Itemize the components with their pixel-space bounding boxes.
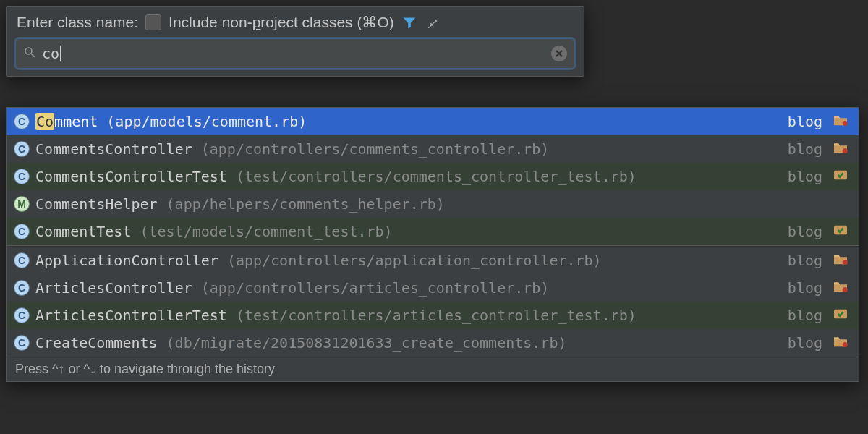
result-name-text: CommentsHelper [35,195,158,213]
module-label: blog [788,307,822,324]
result-name: CommentsHelper [35,195,158,213]
result-path: (test/controllers/articles_controller_te… [236,307,637,324]
search-input[interactable]: co [15,38,575,69]
include-non-project-label: Include non-project classes (⌘O) [169,14,394,31]
module-label: blog [788,279,822,297]
result-name-text: CommentTest [35,223,131,240]
result-row[interactable]: CCommentsController(app/controllers/comm… [7,135,859,163]
result-row[interactable]: CCommentsControllerTest(test/controllers… [7,163,859,190]
result-row[interactable]: CArticlesController(app/controllers/arti… [7,274,859,302]
result-name: CommentsControllerTest [35,168,227,185]
result-path: (app/controllers/application_controller.… [227,252,602,269]
class-badge-icon: C [14,307,30,323]
go-to-class-popup: Enter class name: Include non-project cl… [6,6,584,77]
module-label: blog [788,223,822,240]
folder-icon [833,113,848,130]
result-name-text: CommentsController [35,140,192,158]
svg-point-2 [843,121,848,126]
svg-point-6 [843,260,848,265]
search-icon [23,46,36,62]
include-label-underlined: p [252,14,261,30]
match-highlight: Co [35,113,54,130]
class-badge-icon: C [14,141,30,157]
test-folder-icon [833,168,848,185]
test-folder-icon [833,307,848,324]
test-folder-icon [833,223,848,240]
pin-icon[interactable] [425,15,439,30]
result-path: (app/controllers/articles_controller.rb) [201,279,550,297]
class-badge-icon: C [14,169,30,184]
result-name: ApplicationController [35,252,218,269]
search-row: co [7,34,584,76]
folder-icon [833,252,848,269]
result-row[interactable]: CArticlesControllerTest(test/controllers… [7,302,859,329]
result-path: (app/controllers/comments_controller.rb) [201,140,550,158]
svg-point-9 [843,342,848,347]
module-label: blog [788,252,822,269]
search-query-text: co [42,45,551,62]
result-path: (app/models/comment.rb) [106,113,307,130]
text-caret [60,46,61,61]
include-label-post: roject classes (⌘O) [260,14,393,30]
result-path: (app/helpers/comments_helper.rb) [166,195,445,213]
folder-icon [833,334,848,352]
popup-header: Enter class name: Include non-project cl… [7,7,584,34]
class-badge-icon: C [14,224,30,239]
history-hint: Press ^↑ or ^↓ to navigate through the h… [7,357,859,381]
folder-icon [833,279,848,297]
result-name: CommentsController [35,140,192,158]
result-name: ArticlesControllerTest [35,307,227,324]
folder-icon [833,140,848,158]
results-list: CComment(app/models/comment.rb)blogCComm… [6,107,859,382]
result-name: Comment [35,113,98,130]
module-label: blog [788,168,822,185]
result-name: CreateComments [35,334,158,352]
result-path: (test/models/comment_test.rb) [140,223,392,240]
result-row[interactable]: CApplicationController(app/controllers/a… [7,247,859,274]
result-name-text: CreateComments [35,334,158,352]
result-name-text: mment [54,113,98,130]
module-label: blog [788,140,822,158]
module-label: blog [788,334,822,352]
svg-line-1 [31,54,35,57]
result-name-text: ArticlesControllerTest [35,307,227,324]
enter-class-label: Enter class name: [17,14,138,31]
svg-point-0 [25,48,32,54]
class-badge-icon: C [14,114,30,129]
result-path: (test/controllers/comments_controller_te… [236,168,637,185]
module-label: blog [788,113,822,130]
class-badge-icon: C [14,280,30,296]
result-path: (db/migrate/20150831201633_create_commen… [166,334,567,352]
result-row[interactable]: CComment(app/models/comment.rb)blog [7,108,859,135]
search-query-value: co [42,45,59,62]
clear-search-button[interactable] [551,46,567,61]
include-label-pre: Include non- [169,14,252,30]
result-name-text: ApplicationController [35,252,218,269]
result-name-text: ArticlesController [35,279,192,297]
result-name: ArticlesController [35,279,192,297]
result-row[interactable]: MCommentsHelper(app/helpers/comments_hel… [7,190,859,218]
result-name-text: CommentsControllerTest [35,168,227,185]
module-badge-icon: M [14,196,30,212]
class-badge-icon: C [14,335,30,351]
result-name: CommentTest [35,223,131,240]
class-badge-icon: C [14,252,30,268]
include-non-project-checkbox[interactable] [145,14,161,30]
result-row[interactable]: CCreateComments(db/migrate/2015083120163… [7,329,859,357]
svg-point-7 [843,287,848,292]
filter-icon[interactable] [401,14,417,30]
result-row[interactable]: CCommentTest(test/models/comment_test.rb… [7,218,859,245]
svg-point-3 [843,148,848,153]
